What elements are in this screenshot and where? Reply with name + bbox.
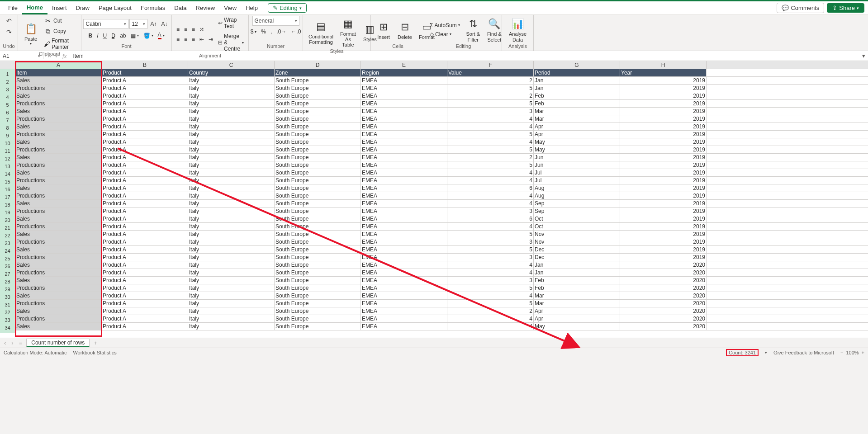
annotation-arrow: [0, 0, 868, 434]
svg-line-0: [118, 148, 579, 347]
